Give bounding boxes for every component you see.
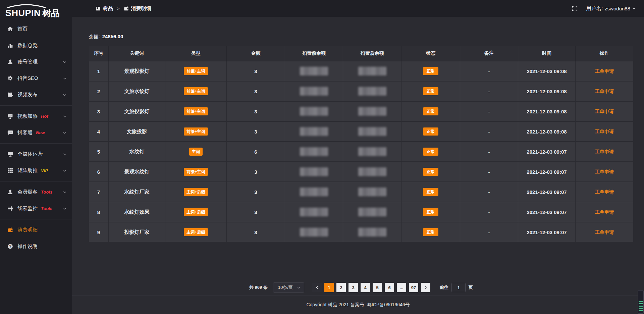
sidebar-item-账号管理[interactable]: 账号管理 [0, 54, 72, 70]
sidebar-item-label: 线索监控 [17, 205, 38, 212]
sidebar-item-抖客通[interactable]: 抖客通New [0, 124, 72, 141]
type-badge: 前缀+主词 [184, 168, 208, 176]
sidebar-item-操作说明[interactable]: ?操作说明 [0, 238, 72, 255]
page-button-1[interactable]: 1 [324, 283, 334, 292]
sidebar-item-label: 数据总览 [17, 42, 38, 49]
cell-keyword: 水纹灯厂家 [109, 182, 165, 202]
consumption-table: 序号关键词类型金额扣费前余额扣费后余额状态备注时间操作 1景观投影灯前缀+主词3… [89, 46, 633, 243]
sidebar-item-会员爆客[interactable]: 会员爆客Tools [0, 184, 72, 200]
sidebar-item-首页[interactable]: 首页 [0, 21, 72, 37]
ticket-apply-link[interactable]: 工单申请 [595, 89, 614, 94]
cell-time: 2021-12-03 09:08 [518, 122, 576, 142]
cell-index: 9 [89, 222, 109, 243]
table-row: 9投影灯厂家主词+后缀3正常-2021-12-03 09:07工单申请 [89, 222, 633, 243]
cell-remark: - [460, 61, 518, 82]
column-header: 金额 [227, 46, 285, 61]
user-dropdown[interactable]: 用户名: zswodun88 [586, 5, 636, 12]
page-size-select[interactable]: 10条/页 [273, 282, 304, 293]
sidebar: SHUPIN树品 首页数据总览账号管理抖音SEO视频发布视频加热Hot抖客通Ne… [0, 0, 72, 314]
cell-remark: - [460, 202, 518, 222]
sidebar-item-全媒体运营[interactable]: 全媒体运营 [0, 146, 72, 162]
cell-remark: - [460, 162, 518, 182]
breadcrumb-item-home[interactable]: 树品 [96, 5, 113, 12]
pagination-pages: 123456...97 [324, 283, 418, 292]
ticket-apply-link[interactable]: 工单申请 [595, 229, 614, 235]
cell-amount: 3 [227, 122, 285, 142]
column-header: 状态 [401, 46, 460, 61]
prev-page-button[interactable] [312, 283, 322, 292]
type-badge: 主词+后缀 [184, 228, 208, 236]
ticket-apply-link[interactable]: 工单申请 [595, 189, 614, 195]
sidebar-item-tag: New [36, 130, 45, 135]
cell-time: 2021-12-03 09:07 [518, 142, 576, 162]
sidebar-item-线索监控[interactable]: 线索监控Tools [0, 200, 72, 217]
sidebar-item-视频加热[interactable]: 视频加热Hot [0, 108, 72, 124]
sidebar-item-label: 矩阵助推 [17, 167, 38, 174]
sidebar-item-数据总览[interactable]: 数据总览 [0, 37, 72, 54]
question-icon: ? [7, 244, 13, 249]
svg-text:?: ? [9, 245, 11, 248]
goto-page-input[interactable] [451, 283, 466, 292]
sidebar-item-tag: Tools [41, 190, 52, 195]
page-button-3[interactable]: 3 [348, 283, 358, 292]
sidebar-item-label: 全媒体运营 [17, 151, 43, 157]
table-row: 6景观水纹灯前缀+主词3正常-2021-12-03 09:07工单申请 [89, 162, 633, 182]
cell-index: 5 [89, 142, 109, 162]
sidebar-item-tag: Hot [41, 114, 48, 119]
fullscreen-icon[interactable] [572, 6, 578, 11]
sidebar-group: 会员爆客Tools线索监控Tools [0, 181, 72, 217]
column-header: 备注 [460, 46, 518, 61]
redacted-balance-before [300, 107, 328, 116]
sidebar-item-label: 抖客通 [17, 129, 33, 136]
ticket-apply-link[interactable]: 工单申请 [595, 129, 614, 134]
cell-amount: 3 [227, 61, 285, 82]
breadcrumb-item-current[interactable]: 消费明细 [124, 5, 151, 12]
chevron-down-icon [63, 131, 67, 135]
ticket-apply-link[interactable]: 工单申请 [595, 149, 614, 154]
video-camera-icon [7, 92, 13, 98]
sidebar-item-视频发布[interactable]: 视频发布 [0, 87, 72, 103]
column-header: 时间 [518, 46, 576, 61]
logo: SHUPIN树品 [0, 0, 72, 21]
page-size-value: 10条/页 [278, 284, 293, 291]
cell-keyword: 文旅投影灯 [109, 102, 165, 122]
redacted-balance-after [358, 147, 386, 156]
cell-index: 3 [89, 102, 109, 122]
redacted-balance-before [300, 208, 328, 216]
cell-amount: 3 [227, 162, 285, 182]
redacted-balance-after [358, 127, 386, 136]
page-button-6[interactable]: 6 [385, 283, 394, 292]
ticket-apply-link[interactable]: 工单申请 [595, 109, 614, 114]
table-row: 2文旅水纹灯前缀+主词3正常-2021-12-03 09:08工单申请 [89, 82, 633, 102]
ticket-apply-link[interactable]: 工单申请 [595, 169, 614, 174]
more-pages-button[interactable]: ... [397, 283, 406, 292]
logo-arc [6, 4, 47, 8]
floating-widget[interactable] [638, 290, 644, 314]
breadcrumb-home-label: 树品 [103, 5, 113, 12]
username-label: 用户名: [586, 5, 603, 12]
page-button-97[interactable]: 97 [409, 283, 418, 292]
table-row: 8水纹灯效果主词+后缀3正常-2021-12-03 09:07工单申请 [89, 202, 633, 222]
page-button-4[interactable]: 4 [361, 283, 370, 292]
ticket-apply-link[interactable]: 工单申请 [595, 209, 614, 215]
breadcrumb: 树品 > 消费明细 [96, 5, 151, 12]
wallet-icon [124, 6, 129, 11]
sidebar-item-消费明细[interactable]: 消费明细 [0, 222, 72, 238]
ticket-apply-link[interactable]: 工单申请 [595, 68, 614, 74]
logo-text: SHUPIN树品 [5, 8, 67, 19]
sidebar-item-tag: VIP [41, 168, 48, 173]
cell-keyword: 文旅水纹灯 [109, 82, 165, 102]
next-page-button[interactable] [421, 283, 430, 292]
cell-time: 2021-12-03 09:08 [518, 82, 576, 102]
status-badge: 正常 [423, 127, 438, 136]
sidebar-item-抖音SEO[interactable]: 抖音SEO [0, 70, 72, 87]
status-badge: 正常 [423, 168, 438, 176]
sidebar-item-矩阵助推[interactable]: 矩阵助推VIP [0, 162, 72, 179]
sidebar-item-label: 抖音SEO [17, 75, 38, 82]
page-button-5[interactable]: 5 [373, 283, 382, 292]
page-button-2[interactable]: 2 [336, 283, 346, 292]
cell-amount: 3 [227, 102, 285, 122]
column-header: 序号 [89, 46, 109, 61]
chevron-down-icon [63, 207, 67, 211]
type-badge: 前缀+主词 [184, 127, 208, 136]
